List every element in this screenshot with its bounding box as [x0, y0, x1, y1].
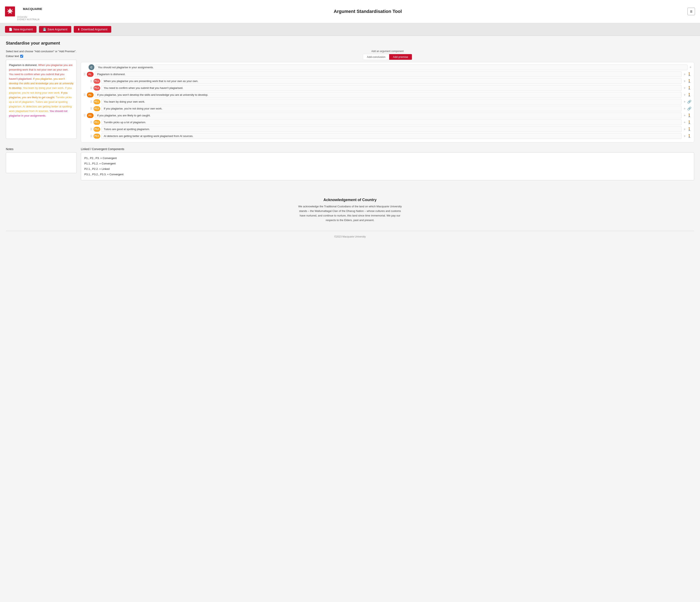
argument-badge: P1. — [87, 72, 94, 77]
argument-text-input[interactable] — [101, 78, 682, 84]
app-title: Argument Standardisation Tool — [334, 9, 402, 14]
left-column: Select text and choose "Add conclusion" … — [6, 50, 77, 139]
linked-line: P1.1., P1.2. = Convergent — [84, 161, 691, 166]
footer-acknowledgement: Acknowledgement of Country We acknowledg… — [0, 191, 700, 227]
add-sub-button[interactable]: + — [684, 79, 685, 83]
logo-text: MACQUARIE University SYDNEY·AUSTRALIA — [17, 2, 48, 21]
drag-handle-icon[interactable]: ⠿ — [83, 114, 85, 117]
person-icon[interactable]: 🚶 — [687, 127, 692, 131]
drag-handle-icon[interactable]: ⠿ — [83, 73, 85, 76]
argument-row: ⠿P1.2.+🚶 — [90, 85, 692, 91]
add-premise-button[interactable]: Add premise — [389, 54, 412, 60]
add-sub-button[interactable]: + — [684, 73, 685, 76]
add-sub-button[interactable]: + — [684, 93, 685, 97]
bottom-section: Notes Linked / Convergent Components P1.… — [6, 148, 694, 180]
linked-line: P2.1., P2.2. = Linked — [84, 166, 691, 172]
new-argument-button[interactable]: 📄 New Argument — [5, 26, 36, 33]
argument-text-input[interactable] — [101, 126, 682, 132]
argument-row: ⠿P1.1.+🚶 — [90, 78, 692, 84]
argument-row: C+ — [83, 64, 692, 70]
argument-text-input[interactable] — [101, 106, 682, 111]
save-icon: 💾 — [43, 28, 46, 31]
argument-badge: P1.1. — [94, 79, 100, 84]
person-icon[interactable]: 🚶 — [687, 113, 692, 117]
menu-icon: ☰ — [690, 10, 693, 13]
add-sub-button[interactable]: + — [684, 114, 685, 117]
drag-handle-icon[interactable]: ⠿ — [90, 128, 92, 131]
university-logo — [5, 6, 15, 17]
person-icon[interactable]: 🚶 — [687, 93, 692, 97]
argument-row: ⠿P2.2.+🔗 — [90, 106, 692, 111]
argument-badge: P3.3. — [94, 134, 100, 139]
download-icon: ⬇ — [77, 28, 80, 31]
menu-button[interactable]: ☰ — [688, 8, 695, 15]
argument-text-input[interactable] — [101, 85, 682, 91]
add-sub-button[interactable]: + — [684, 107, 685, 110]
toggle-buttons: Add-conclusion Add premise — [363, 54, 412, 60]
argument-badge: P3.2. — [94, 127, 100, 132]
add-sub-button[interactable]: + — [684, 86, 685, 90]
argument-row: ⠿P3.+🚶 — [83, 113, 692, 118]
link-icon[interactable]: 🔗 — [687, 107, 692, 110]
argument-list: C+⠿P1.+🚶⠿P1.1.+🚶⠿P1.2.+🚶⠿P2.+🚶⠿P2.1.+🔗⠿P… — [81, 62, 694, 142]
argument-text-input[interactable] — [101, 133, 682, 139]
colour-checkbox[interactable] — [20, 55, 23, 58]
argument-row: ⠿P3.2.+🚶 — [90, 126, 692, 132]
argument-text-input[interactable] — [95, 113, 682, 118]
link-icon[interactable]: 🔗 — [687, 100, 692, 104]
drag-handle-icon[interactable]: ⠿ — [90, 107, 92, 110]
add-component-label: Add an argument component — [81, 50, 694, 53]
argument-text-input[interactable] — [101, 99, 682, 104]
linked-line: P1., P2., P3. = Convergent — [84, 156, 691, 161]
colour-row: Colour text — [6, 55, 77, 58]
add-conclusion-button[interactable]: Add-conclusion — [363, 54, 389, 60]
main-content: Standardise your argument Select text an… — [0, 36, 700, 185]
argument-badge: P3.1. — [94, 120, 100, 125]
linked-line: P3.1., P3.2., P3.3. = Convergent — [84, 172, 691, 177]
notes-area: Notes — [6, 148, 77, 180]
drag-handle-icon[interactable]: ⠿ — [90, 134, 92, 138]
argument-row: ⠿P2.1.+🔗 — [90, 99, 692, 104]
save-argument-button[interactable]: 💾 Save Argument — [39, 26, 71, 33]
argument-row: ⠿P3.1.+🚶 — [90, 120, 692, 125]
acknowledgement-text: We acknowledge the Traditional Custodian… — [298, 204, 402, 223]
add-sub-button[interactable]: + — [684, 134, 685, 138]
argument-row: ⠿P2.+🚶 — [83, 92, 692, 98]
argument-row: ⠿P1.+🚶 — [83, 71, 692, 77]
add-sub-button[interactable]: + — [684, 121, 685, 124]
person-icon[interactable]: 🚶 — [687, 79, 692, 83]
notes-box[interactable] — [6, 152, 77, 173]
new-icon: 📄 — [9, 28, 12, 31]
linked-box: P1., P2., P3. = ConvergentP1.1., P1.2. =… — [81, 152, 694, 180]
logo-area: MACQUARIE University SYDNEY·AUSTRALIA — [5, 2, 48, 21]
argument-text-input[interactable] — [96, 64, 688, 70]
drag-handle-icon[interactable]: ⠿ — [90, 121, 92, 124]
linked-label: Linked / Convergent Components — [81, 148, 694, 151]
drag-handle-icon[interactable]: ⠿ — [90, 86, 92, 90]
toolbar: 📄 New Argument 💾 Save Argument ⬇ Downloa… — [0, 23, 700, 36]
acknowledgement-title: Acknowledgement of Country — [4, 198, 696, 202]
footer-copyright: ©2023 Macquarie University — [0, 235, 700, 242]
source-text: Plagiarism is dishonest. When you plagia… — [9, 63, 74, 117]
person-icon[interactable]: 🚶 — [687, 134, 692, 138]
person-icon[interactable]: 🚶 — [687, 72, 692, 76]
person-icon[interactable]: 🚶 — [687, 86, 692, 90]
source-text-panel[interactable]: Plagiarism is dishonest. When you plagia… — [6, 60, 77, 139]
drag-handle-icon[interactable]: ⠿ — [90, 80, 92, 83]
argument-badge: P2. — [87, 93, 94, 98]
drag-handle-icon[interactable]: ⠿ — [83, 93, 85, 97]
argument-text-input[interactable] — [95, 71, 682, 77]
argument-text-input[interactable] — [95, 92, 682, 98]
argument-text-input[interactable] — [101, 120, 682, 125]
right-column: Add an argument component Add-conclusion… — [81, 50, 694, 142]
header: MACQUARIE University SYDNEY·AUSTRALIA Ar… — [0, 0, 700, 23]
add-sub-button[interactable]: + — [684, 100, 685, 104]
add-sub-button[interactable]: + — [684, 127, 685, 131]
argument-badge: C — [89, 64, 94, 70]
add-sub-button[interactable]: + — [690, 66, 692, 69]
person-icon[interactable]: 🚶 — [687, 120, 692, 124]
argument-row: ⠿P3.3.+🚶 — [90, 133, 692, 139]
drag-handle-icon[interactable]: ⠿ — [90, 100, 92, 103]
download-argument-button[interactable]: ⬇ Download Argument — [74, 26, 111, 33]
page-title: Standardise your argument — [6, 41, 694, 46]
